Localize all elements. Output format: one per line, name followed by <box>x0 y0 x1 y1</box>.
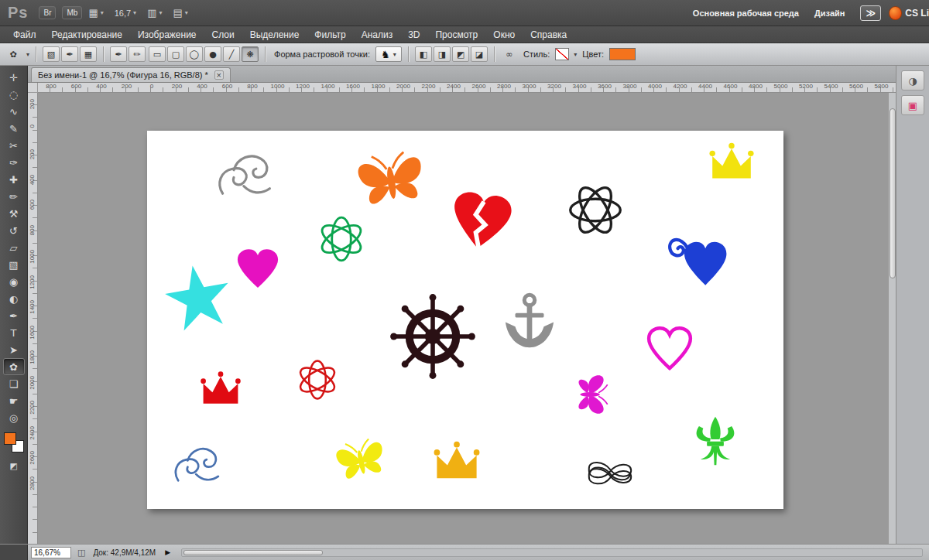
shape-layers-button[interactable]: ▧ <box>43 46 60 62</box>
healing-brush-tool[interactable]: ✚ <box>3 171 25 188</box>
line-tool-button[interactable]: ╱ <box>223 46 240 62</box>
menu-item-5[interactable]: Фильтр <box>307 28 352 42</box>
eraser-tool[interactable]: ▱ <box>3 239 25 256</box>
horizontal-scrollbar[interactable] <box>181 548 923 557</box>
menu-item-3[interactable]: Слои <box>205 28 242 42</box>
freeform-pen-button[interactable]: ✏ <box>129 46 146 62</box>
zoom-tool[interactable]: ◎ <box>3 409 25 426</box>
canvas-area[interactable] <box>38 93 888 544</box>
workspace-design-button[interactable]: Дизайн <box>807 5 852 21</box>
status-flyout-button[interactable]: ▶ <box>165 548 170 556</box>
combine-subtract-button[interactable]: ◨ <box>434 46 451 62</box>
vertical-ruler[interactable]: 2000200400600800100012001400160018002000… <box>28 93 38 544</box>
combine-intersect-button[interactable]: ◩ <box>452 46 469 62</box>
type-tool[interactable]: T <box>3 324 25 341</box>
blur-tool[interactable]: ◉ <box>3 273 25 290</box>
combine-exclude-button[interactable]: ◪ <box>471 46 488 62</box>
v-ruler-label-15: 2800 <box>29 476 36 490</box>
rounded-rectangle-tool-button[interactable]: ▢ <box>167 46 184 62</box>
foreground-color-swatch[interactable] <box>4 432 16 445</box>
workspace-primary-button[interactable]: Основная рабочая среда <box>685 5 807 21</box>
artboard[interactable] <box>147 131 783 509</box>
chevron-down-icon: ▾ <box>185 9 188 16</box>
panel-dock: ◑▣ <box>896 66 929 544</box>
history-brush-tool[interactable]: ↺ <box>3 222 25 239</box>
h-ruler-label-12: 1600 <box>346 83 360 90</box>
menu-item-9[interactable]: Окно <box>486 28 522 42</box>
shape-flourish-gray <box>207 148 285 210</box>
pen-tool[interactable]: ✒ <box>3 307 25 324</box>
notes-tool[interactable]: ❏ <box>3 375 25 392</box>
arrange-documents-button[interactable]: ▥ ▾ <box>147 7 162 19</box>
dock-panel-button-history-icon: ◑ <box>908 75 917 87</box>
menu-item-4[interactable]: Выделение <box>243 28 307 42</box>
h-ruler-label-18: 2800 <box>497 83 511 90</box>
v-ruler-label-5: 800 <box>29 225 36 235</box>
vertical-scrollbar-thumb[interactable] <box>890 108 896 278</box>
dodge-tool[interactable]: ◐ <box>3 290 25 307</box>
quick-selection-tool[interactable]: ✎ <box>3 120 25 137</box>
menu-item-8[interactable]: Просмотр <box>428 28 485 42</box>
dock-panel-button-history[interactable]: ◑ <box>901 70 924 90</box>
menu-item-7[interactable]: 3D <box>401 28 427 42</box>
view-extras-button[interactable]: ▦ ▾ <box>88 7 103 19</box>
menu-item-10[interactable]: Справка <box>523 28 574 42</box>
style-swatch[interactable] <box>555 48 569 60</box>
v-ruler-label-7: 1200 <box>29 275 36 289</box>
marquee-tool[interactable]: ◌ <box>3 86 25 103</box>
shape-broken-heart-red <box>441 188 521 261</box>
ellipse-tool-button[interactable]: ◯ <box>186 46 203 62</box>
menu-item-0[interactable]: Файл <box>6 28 43 42</box>
v-ruler-label-0: 200 <box>29 99 36 109</box>
path-selection-tool[interactable]: ➤ <box>3 341 25 358</box>
v-ruler-label-9: 1600 <box>29 326 36 340</box>
crop-tool[interactable]: ✂ <box>3 137 25 154</box>
tool-preset-icon[interactable]: ✿ <box>5 46 22 62</box>
clone-stamp-tool[interactable]: ⚒ <box>3 205 25 222</box>
custom-shape-tool[interactable]: ✿ <box>3 358 25 375</box>
bridge-button[interactable]: Br <box>39 6 56 19</box>
color-swatches[interactable] <box>4 432 24 452</box>
link-icon[interactable]: ∞ <box>501 46 518 62</box>
eyedropper-tool[interactable]: ✑ <box>3 154 25 171</box>
shape-ornament-blue <box>662 227 733 293</box>
h-ruler-label-17: 2600 <box>472 83 486 90</box>
shape-thumbnail-icon: ♞ <box>381 49 390 60</box>
combine-add-button[interactable]: ◧ <box>415 46 432 62</box>
shape-picker-dropdown[interactable]: ♞ ▾ <box>375 46 402 62</box>
brush-tool[interactable]: ✏ <box>3 188 25 205</box>
dock-panel-button-styles[interactable]: ▣ <box>901 95 924 115</box>
paths-mode-button[interactable]: ✒ <box>61 46 78 62</box>
close-icon[interactable]: × <box>214 70 224 80</box>
horizontal-ruler[interactable]: 8006004002000200400600800100012001400160… <box>38 83 896 93</box>
screen-mode-button[interactable]: ▤ ▾ <box>173 7 187 19</box>
menu-item-1[interactable]: Редактирование <box>45 28 129 42</box>
lasso-tool[interactable]: ∿ <box>3 103 25 120</box>
gradient-tool[interactable]: ▧ <box>3 256 25 273</box>
color-swatch[interactable] <box>609 48 636 60</box>
cs-live-button[interactable]: CS Li <box>889 6 929 20</box>
workspace-overflow-button[interactable]: ≫ <box>860 5 881 21</box>
hand-tool[interactable]: ☛ <box>3 392 25 409</box>
zoom-level-button[interactable]: 16,7 ▾ <box>115 9 136 18</box>
vertical-scrollbar[interactable] <box>888 93 896 544</box>
custom-shape-tool-button[interactable]: ❋ <box>242 46 259 62</box>
shape-flourish-blue <box>159 442 237 494</box>
horizontal-scrollbar-thumb[interactable] <box>183 550 323 555</box>
quick-mask-button[interactable]: ◩ <box>3 457 25 474</box>
fill-pixels-button[interactable]: ▦ <box>80 46 97 62</box>
document-tab[interactable]: Без имени-1 @ 16,7% (Фигура 16, RGB/8) *… <box>31 67 231 82</box>
move-tool[interactable]: ✛ <box>3 69 25 86</box>
ruler-origin-corner[interactable] <box>28 83 38 93</box>
mini-bridge-button[interactable]: Mb <box>62 6 82 19</box>
polygon-tool-button[interactable]: ● <box>204 46 221 62</box>
v-ruler-label-6: 1000 <box>29 250 36 264</box>
menu-item-6[interactable]: Анализ <box>355 28 400 42</box>
menu-item-2[interactable]: Изображение <box>131 28 204 42</box>
shape-picker-label: Форма растровой точки: <box>274 50 370 59</box>
rectangle-tool-button[interactable]: ▭ <box>149 46 166 62</box>
h-ruler-label-30: 5200 <box>799 83 813 90</box>
zoom-input[interactable]: 16,67% <box>31 547 71 558</box>
application-bar: Ps Br Mb ▦ ▾ 16,7 ▾ ▥ ▾ ▤ ▾ Основная раб… <box>0 0 929 26</box>
pen-tool-button[interactable]: ✒ <box>110 46 127 62</box>
